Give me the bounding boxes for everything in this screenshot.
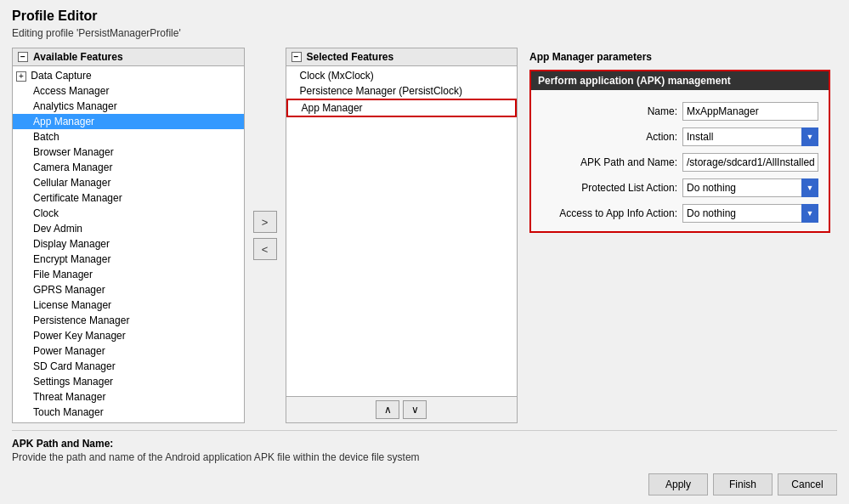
dialog-subtitle: Editing profile 'PersistManagerProfile' [12,27,837,39]
move-down-button[interactable]: ∨ [403,400,427,419]
list-item-certificate-manager[interactable]: Certificate Manager [13,190,244,206]
move-left-button[interactable]: < [253,238,277,260]
move-right-button[interactable]: > [253,211,277,233]
access-info-select[interactable]: Do nothing Allow Deny [682,204,818,223]
selected-features-title: Selected Features [307,51,394,63]
list-item-license-manager[interactable]: License Manager [13,297,244,313]
apk-path-label: APK Path and Name: [541,156,677,168]
list-item-display-manager[interactable]: Display Manager [13,236,244,252]
action-row: Action: Install Uninstall Upgrade ▼ [541,127,818,146]
available-features-list: + Data Capture Access Manager Analytics … [13,66,244,422]
params-panel: App Manager parameters Perform applicati… [523,48,837,423]
protected-list-select-wrapper: Do nothing Allow Deny ▼ [682,178,818,197]
middle-buttons: > < [250,48,280,423]
list-item-app-manager[interactable]: App Manager [13,114,244,129]
list-item-power-key-manager[interactable]: Power Key Manager [13,328,244,343]
protected-list-row: Protected List Action: Do nothing Allow … [541,178,818,197]
name-label: Name: [541,105,677,117]
list-item-access-manager[interactable]: Access Manager [13,83,244,99]
params-section-title: App Manager parameters [529,51,830,63]
list-item-settings-manager[interactable]: Settings Manager [13,374,244,389]
params-box: Perform application (APK) management Nam… [529,70,830,233]
selected-panel-buttons: ∧ ∨ [286,396,518,422]
bottom-section: APK Path and Name: Provide the path and … [12,430,837,467]
list-item-clock[interactable]: Clock [13,206,244,221]
list-item-sd-card-manager[interactable]: SD Card Manager [13,359,244,374]
available-features-header: − Available Features [13,48,244,66]
list-item-dev-admin[interactable]: Dev Admin [13,221,244,236]
action-label: Action: [541,131,677,143]
profile-editor-dialog: Profile Editor Editing profile 'PersistM… [0,0,849,504]
dialog-buttons: Apply Finish Cancel [12,467,837,496]
selected-item-persistence-manager[interactable]: Persistence Manager (PersistClock) [286,83,518,99]
main-content: − Available Features + Data Capture Acce… [12,48,837,423]
action-select-wrapper: Install Uninstall Upgrade ▼ [682,127,818,146]
list-item-threat-manager[interactable]: Threat Manager [13,389,244,405]
data-capture-expand-icon[interactable]: + [16,71,26,82]
protected-list-label: Protected List Action: [541,182,677,194]
data-capture-group[interactable]: + Data Capture [13,68,244,83]
apply-button[interactable]: Apply [648,473,708,496]
list-item-file-manager[interactable]: File Manager [13,267,244,282]
protected-list-select[interactable]: Do nothing Allow Deny [682,178,818,197]
list-item-encrypt-manager[interactable]: Encrypt Manager [13,252,244,267]
list-item-browser-manager[interactable]: Browser Manager [13,144,244,160]
apk-path-row: APK Path and Name: [541,153,818,172]
selected-item-clock[interactable]: Clock (MxClock) [286,68,518,83]
list-item-batch[interactable]: Batch [13,129,244,144]
selected-features-list: Clock (MxClock) Persistence Manager (Per… [286,66,518,396]
list-item-gprs-manager[interactable]: GPRS Manager [13,282,244,297]
action-select[interactable]: Install Uninstall Upgrade [682,127,818,146]
list-item-analytics-manager[interactable]: Analytics Manager [13,99,244,114]
available-features-expand-icon[interactable]: − [18,52,28,62]
access-info-row: Access to App Info Action: Do nothing Al… [541,204,818,223]
bottom-description: Provide the path and name of the Android… [12,451,837,463]
access-info-label: Access to App Info Action: [541,207,677,219]
selected-features-header: − Selected Features [286,48,518,66]
list-item-touch-manager[interactable]: Touch Manager [13,405,244,420]
name-row: Name: [541,102,818,121]
available-features-title: Available Features [33,51,123,63]
selected-features-panel: − Selected Features Clock (MxClock) Pers… [286,48,518,423]
cancel-button[interactable]: Cancel [778,473,837,496]
params-box-header: Perform application (APK) management [531,71,829,90]
list-item-persistence-manager[interactable]: Persistence Manager [13,313,244,328]
selected-features-expand-icon[interactable]: − [291,52,302,62]
apk-path-input[interactable] [682,153,818,172]
access-info-select-wrapper: Do nothing Allow Deny ▼ [682,204,818,223]
list-item-camera-manager[interactable]: Camera Manager [13,160,244,175]
selected-item-app-manager[interactable]: App Manager [286,99,518,117]
finish-button[interactable]: Finish [713,473,773,496]
list-item-cellular-manager[interactable]: Cellular Manager [13,175,244,190]
name-input[interactable] [682,102,818,121]
dialog-title: Profile Editor [12,8,837,24]
data-capture-label: Data Capture [31,70,91,82]
bottom-label: APK Path and Name: [12,438,837,450]
move-up-button[interactable]: ∧ [376,400,399,419]
list-item-power-manager[interactable]: Power Manager [13,343,244,359]
available-features-panel: − Available Features + Data Capture Acce… [12,48,245,423]
